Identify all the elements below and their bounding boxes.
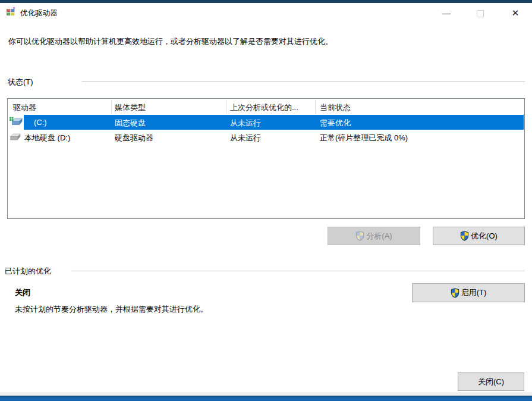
close-button[interactable]: 关闭(C) [458,372,524,391]
dialog-description: 你可以优化驱动器以帮助计算机更高效地运行，或者分析驱动器以了解是否需要对其进行优… [8,36,514,47]
analyze-button-label: 分析(A) [366,231,392,242]
minimize-icon[interactable]: — [437,3,455,23]
hard-drive-icon [9,133,22,141]
cell-drive: 本地硬盘 (D:) [24,133,70,143]
column-header-drive[interactable]: 驱动器 [13,102,36,113]
window-title: 优化驱动器 [20,8,58,18]
optimize-drives-dialog: { "titlebar": { "title": "优化驱动器", "minim… [0,0,532,401]
cell-media-type: 固态硬盘 [115,118,146,129]
cell-status: 正常(碎片整理已完成 0%) [320,133,408,143]
table-row-drive-c[interactable]: (C:) 固态硬盘 从未运行 需要优化 [8,115,524,130]
optimize-button[interactable]: 优化(O) [433,227,525,245]
enable-button[interactable]: 启用(T) [412,283,525,302]
column-header-status[interactable]: 当前状态 [320,102,351,113]
drives-list-header: 驱动器 媒体类型 上次分析或优化的... 当前状态 [8,99,524,115]
maximize-icon [471,3,489,23]
scheduled-section-label: 已计划的优化 [5,266,51,277]
cell-drive: (C:) [34,118,47,127]
schedule-state: 关闭 [15,287,30,298]
uac-shield-icon [451,288,459,298]
table-row-drive-d[interactable]: 本地硬盘 (D:) 硬盘驱动器 从未运行 正常(碎片整理已完成 0%) [8,130,524,145]
defrag-app-icon [6,7,16,17]
optimize-button-label: 优化(O) [471,231,498,242]
titlebar: 优化驱动器 — ✕ [0,3,532,24]
scheduled-section-rule [71,271,525,271]
column-header-media[interactable]: 媒体类型 [115,102,146,113]
cell-last-run: 从未运行 [230,118,261,129]
cell-status: 需要优化 [320,118,351,129]
windows-system-drive-icon [9,117,23,128]
background-window-bottom-edge [0,396,532,401]
uac-shield-icon [460,231,469,241]
column-header-last-run[interactable]: 上次分析或优化的... [230,102,298,113]
enable-button-label: 启用(T) [461,287,487,298]
status-section-label: 状态(T) [8,77,33,87]
cell-media-type: 硬盘驱动器 [115,133,153,143]
uac-shield-icon [355,231,364,241]
cell-last-run: 从未运行 [230,133,261,143]
schedule-description: 未按计划的节奏分析驱动器，并根据需要对其进行优化。 [15,304,431,315]
close-button-label: 关闭(C) [478,377,504,387]
selection-highlight [24,115,524,130]
drives-list[interactable]: 驱动器 媒体类型 上次分析或优化的... 当前状态 (C:) 固态硬盘 从未运行… [7,98,525,219]
close-icon[interactable]: ✕ [506,3,524,23]
status-section-rule [82,82,525,82]
analyze-button: 分析(A) [328,227,420,245]
